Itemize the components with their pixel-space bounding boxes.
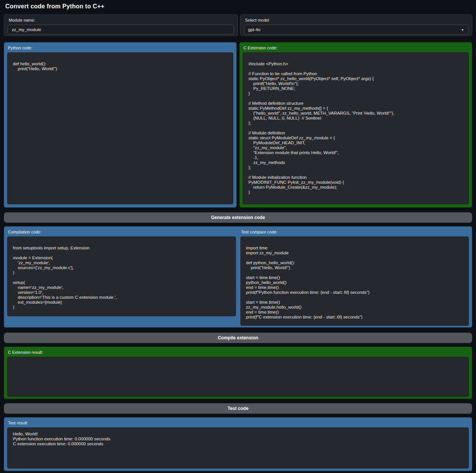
model-dropdown-value: gpt-4o — [248, 27, 261, 32]
python-code-panel: Python code: def hello_world(): print("H… — [4, 42, 237, 208]
compilation-code-label: Compilation code: — [8, 230, 236, 234]
page-title: Convert code from Python to C++ — [5, 3, 471, 10]
test-result-label: Test result: — [8, 421, 469, 425]
python-code-label: Python code: — [8, 46, 233, 50]
compilation-code-textarea[interactable]: from setuptools import setup, Extension … — [7, 236, 236, 316]
compilation-code-column: Compilation code: from setuptools import… — [7, 230, 236, 326]
c-extension-code-label: C Extension code: — [243, 46, 469, 50]
c-extension-code-textarea[interactable]: #include <Python.h> // Function to be ca… — [243, 52, 469, 204]
module-name-input[interactable] — [8, 25, 234, 35]
test-compare-code-column: Test compare code: import time import zz… — [240, 230, 469, 326]
test-compare-code-textarea[interactable]: import time import zz_my_module def pyth… — [240, 236, 469, 326]
model-dropdown[interactable]: gpt-4o ▾ — [244, 25, 468, 35]
chevron-down-icon: ▾ — [462, 28, 463, 32]
code-row: Python code: def hello_world(): print("H… — [4, 42, 472, 208]
module-name-group: Module name: — [4, 14, 238, 36]
c-extension-result-label: C Extension result: — [8, 350, 469, 355]
select-model-group: Select model gpt-4o ▾ — [240, 14, 472, 36]
c-extension-result-panel: C Extension result: — [4, 347, 472, 399]
inputs-row: Module name: Select model gpt-4o ▾ — [4, 14, 472, 36]
module-name-label: Module name: — [9, 18, 234, 22]
c-extension-code-panel: C Extension code: #include <Python.h> //… — [239, 42, 472, 208]
test-result-panel: Test result: Hello, World! Python functi… — [4, 417, 472, 471]
compile-extension-button[interactable]: Compile extension — [4, 333, 472, 343]
generate-extension-code-button[interactable]: Generate extension code — [4, 212, 472, 223]
c-extension-result-textarea[interactable] — [7, 357, 469, 397]
python-code-textarea[interactable]: def hello_world(): print("Hello, World!"… — [7, 52, 233, 204]
test-code-button[interactable]: Test code — [4, 403, 472, 414]
test-compare-code-label: Test compare code: — [241, 230, 469, 234]
test-result-textarea[interactable]: Hello, World! Python function execution … — [7, 427, 469, 468]
select-model-label: Select model — [245, 18, 468, 22]
compilation-test-panel: Compilation code: from setuptools import… — [4, 226, 472, 328]
